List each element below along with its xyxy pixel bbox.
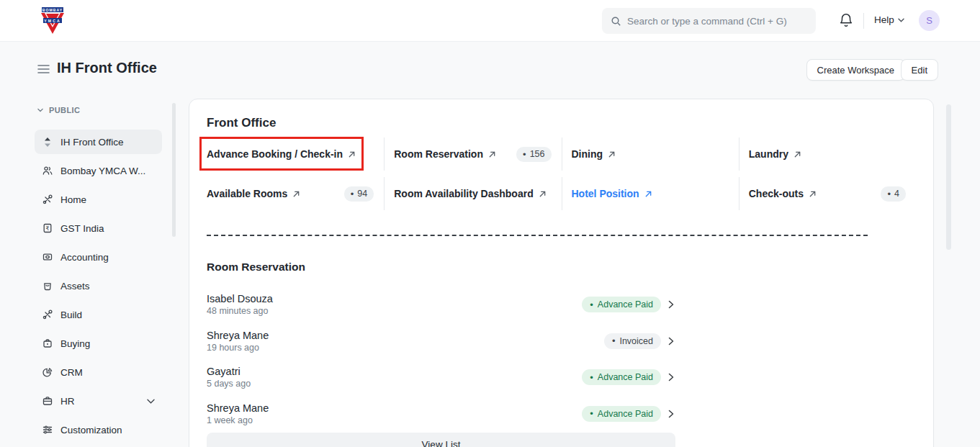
status-badge: Advance Paid: [582, 406, 661, 422]
list-item[interactable]: Shreya Mane 1 week ago Advance Paid: [207, 396, 675, 433]
search-icon: [611, 16, 621, 27]
chevron-down-icon: [898, 18, 904, 22]
sidebar-item-customization[interactable]: Customization: [35, 417, 162, 442]
sidebar-item-assets[interactable]: Assets: [35, 274, 162, 298]
chevron-right-icon[interactable]: [668, 410, 674, 418]
reservation-time: 48 minutes ago: [207, 306, 582, 317]
hammer-wrench-icon: [42, 309, 53, 320]
reservation-name: Isabel Dsouza: [207, 292, 582, 305]
sidebar-item-home[interactable]: Home: [35, 187, 162, 212]
bombay-ymca-logo[interactable]: BOMBAY YMCA: [39, 6, 66, 35]
view-list-button[interactable]: View List: [207, 433, 675, 447]
section-divider: [207, 235, 868, 236]
reservation-name: Gayatri: [207, 365, 582, 378]
sidebar-scrollbar[interactable]: [172, 103, 176, 237]
reservation-time: 19 hours ago: [207, 343, 604, 353]
shopping-bag-icon: [42, 280, 53, 292]
sidebar-item-label: GST India: [60, 223, 104, 234]
arrow-up-right-icon: [794, 150, 801, 158]
shortcut-room-availability-dashboard[interactable]: Room Availability Dashboard: [384, 177, 561, 210]
list-item[interactable]: Gayatri 5 days ago Advance Paid: [207, 359, 675, 396]
reservation-time: 1 week ago: [207, 415, 582, 426]
shortcut-label: Hotel Position: [572, 188, 639, 199]
sidebar-item-label: Build: [60, 310, 82, 320]
sidebar-item-bombay-ymca[interactable]: Bombay YMCA W...: [35, 158, 162, 183]
reservation-name: Shreya Mane: [207, 329, 604, 342]
sidebar-item-label: IH Front Office: [60, 137, 124, 148]
sidebar-item-label: Bombay YMCA W...: [60, 166, 145, 176]
list-title: Room Reservation: [207, 260, 675, 274]
svg-text:BOMBAY: BOMBAY: [42, 8, 63, 12]
sidebar-item-crm[interactable]: CRM: [35, 360, 162, 384]
sidebar-item-label: CRM: [60, 367, 83, 378]
sidebar-toggle-icon[interactable]: [37, 64, 50, 74]
status-badge: Advance Paid: [582, 297, 661, 312]
search-input[interactable]: [627, 16, 807, 27]
sidebar-item-hr[interactable]: HR: [35, 389, 162, 413]
sidebar-item-label: Accounting: [60, 252, 109, 263]
sidebar-item-gst-india[interactable]: ₹ GST India: [35, 216, 162, 240]
arrow-up-right-icon: [608, 150, 616, 158]
shortcut-label: Dining: [572, 148, 603, 160]
page-scrollbar[interactable]: [946, 104, 951, 250]
count-badge: 4: [881, 186, 906, 202]
cash-register-icon: [42, 251, 53, 263]
chevron-down-icon[interactable]: [147, 399, 155, 404]
chevron-right-icon[interactable]: [668, 300, 674, 309]
arrow-up-right-icon: [292, 190, 300, 198]
sidebar-section-label: PUBLIC: [49, 106, 80, 114]
shortcut-room-reservation[interactable]: Room Reservation 156: [384, 137, 561, 171]
users-icon: [42, 165, 53, 176]
shortcut-dining[interactable]: Dining: [562, 137, 739, 171]
shortcut-label: Advance Booking / Check-in: [207, 148, 343, 160]
shortcut-label: Laundry: [749, 148, 788, 160]
chevron-right-icon[interactable]: [668, 373, 674, 381]
list-item[interactable]: Shreya Mane 19 hours ago Invoiced: [207, 323, 675, 360]
user-avatar[interactable]: S: [919, 10, 940, 31]
create-workspace-button[interactable]: Create Workspace: [806, 59, 905, 81]
sidebar-item-ih-front-office[interactable]: IH Front Office: [35, 130, 162, 154]
arrow-up-right-icon: [809, 190, 817, 198]
count-badge: 156: [516, 147, 551, 162]
avatar-initial: S: [926, 15, 932, 26]
status-badge: Advance Paid: [582, 369, 661, 385]
sidebar-item-accounting[interactable]: Accounting: [35, 245, 162, 269]
sliders-icon: [42, 424, 53, 435]
edit-button[interactable]: Edit: [901, 59, 938, 81]
sidebar-item-build[interactable]: Build: [35, 302, 162, 327]
shortcut-label: Check-outs: [749, 188, 804, 199]
page-header: IH Front Office Create Workspace Edit: [0, 42, 980, 99]
workspace-content-card: Front Office Advance Booking / Check-in …: [189, 99, 934, 447]
navbar-divider: [863, 13, 864, 29]
global-search[interactable]: [602, 8, 816, 34]
shortcut-check-outs[interactable]: Check-outs 4: [739, 177, 916, 210]
help-menu[interactable]: Help: [874, 14, 904, 25]
sidebar-item-label: Assets: [60, 281, 90, 292]
shortcut-label: Room Availability Dashboard: [394, 188, 533, 199]
shortcut-advance-booking-check-in[interactable]: Advance Booking / Check-in: [207, 137, 384, 171]
workspace-icon: [42, 136, 53, 148]
sidebar-item-buying[interactable]: Buying: [35, 331, 162, 356]
reservation-name: Shreya Mane: [207, 402, 582, 415]
svg-text:YMCA: YMCA: [44, 19, 60, 23]
sidebar-section-public[interactable]: PUBLIC: [23, 101, 167, 119]
pie-chart-icon: [42, 366, 53, 378]
list-item[interactable]: Isabel Dsouza 48 minutes ago Advance Pai…: [207, 286, 675, 323]
shortcut-laundry[interactable]: Laundry: [739, 137, 916, 171]
chevron-down-icon: [37, 108, 43, 112]
arrow-up-right-icon: [644, 190, 652, 198]
shortcut-available-rooms[interactable]: Available Rooms 94: [207, 177, 384, 210]
sidebar-item-label: Customization: [60, 425, 122, 435]
chevron-right-icon[interactable]: [668, 337, 674, 346]
workspace-sidebar: PUBLIC IH Front Office Bombay YMCA W...: [23, 101, 167, 446]
shortcut-label: Room Reservation: [394, 148, 483, 160]
top-navbar: BOMBAY YMCA Help S: [0, 0, 980, 42]
workspace-heading: Front Office: [207, 115, 916, 131]
shortcut-hotel-position[interactable]: Hotel Position: [562, 177, 739, 210]
svg-text:₹: ₹: [46, 225, 50, 232]
sidebar-item-label: HR: [60, 396, 75, 407]
tools-icon: [42, 194, 53, 205]
help-label: Help: [874, 14, 894, 25]
notification-bell-icon[interactable]: [838, 12, 855, 30]
shortcut-label: Available Rooms: [207, 188, 287, 199]
